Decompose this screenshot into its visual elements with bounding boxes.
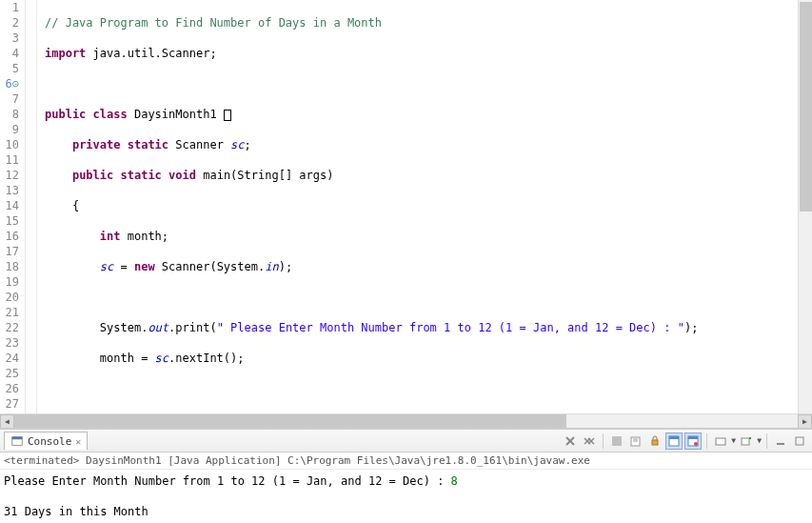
svg-rect-12 (652, 440, 658, 445)
maximize-icon[interactable] (791, 432, 808, 450)
show-console-stderr-icon[interactable] (684, 432, 702, 450)
close-icon[interactable]: ✕ (75, 436, 81, 447)
console-tab-label: Console (28, 435, 71, 448)
remove-all-icon[interactable] (581, 432, 598, 450)
console-tab[interactable]: Console ✕ (4, 432, 88, 450)
console-panel: Console ✕ ▼ ▼ <terminated> DaysinMonth1 … (0, 428, 812, 523)
horizontal-scrollbar[interactable]: ◀ ▶ (0, 413, 812, 428)
clear-console-icon[interactable] (627, 432, 644, 450)
display-selected-console-icon[interactable] (712, 432, 729, 450)
scroll-left-icon[interactable]: ◀ (0, 414, 14, 429)
scroll-lock-icon[interactable] (646, 432, 663, 450)
output-line: 31 Days in this Month (4, 505, 149, 518)
console-toolbar: ▼ ▼ (562, 432, 808, 450)
user-input: 8 (451, 474, 458, 488)
svg-rect-14 (669, 436, 679, 439)
fold-column[interactable] (26, 0, 37, 413)
svg-rect-23 (796, 437, 803, 445)
dropdown-icon[interactable]: ▼ (757, 436, 762, 445)
console-output[interactable]: Please Enter Month Number from 1 to 12 (… (0, 470, 812, 523)
cursor (224, 110, 231, 121)
console-icon (10, 434, 24, 448)
svg-rect-18 (716, 438, 725, 445)
svg-rect-1 (12, 437, 23, 440)
dropdown-icon[interactable]: ▼ (731, 436, 736, 445)
console-status: <terminated> DaysinMonth1 [Java Applicat… (0, 453, 812, 470)
svg-point-17 (694, 442, 698, 446)
new-console-icon[interactable] (738, 432, 755, 450)
console-header: Console ✕ ▼ ▼ (0, 430, 812, 453)
show-console-stdout-icon[interactable] (665, 432, 683, 450)
code-content[interactable]: // Java Program to Find Number of Days i… (37, 0, 802, 413)
remove-launch-icon[interactable] (562, 432, 579, 450)
code-editor[interactable]: 123 456⊝ 789 101112 131415 161718 192021… (0, 0, 812, 413)
terminate-icon[interactable] (608, 432, 625, 450)
svg-rect-16 (688, 436, 698, 439)
vertical-scrollbar[interactable] (798, 0, 812, 413)
line-gutter: 123 456⊝ 789 101112 131415 161718 192021… (0, 0, 26, 413)
svg-rect-22 (777, 443, 784, 445)
svg-rect-19 (742, 438, 749, 445)
output-line: Please Enter Month Number from 1 to 12 (… (4, 474, 451, 488)
comment: // Java Program to Find Number of Days i… (45, 16, 382, 30)
scroll-right-icon[interactable]: ▶ (798, 414, 812, 429)
minimize-icon[interactable] (772, 432, 789, 450)
svg-rect-8 (612, 436, 622, 446)
